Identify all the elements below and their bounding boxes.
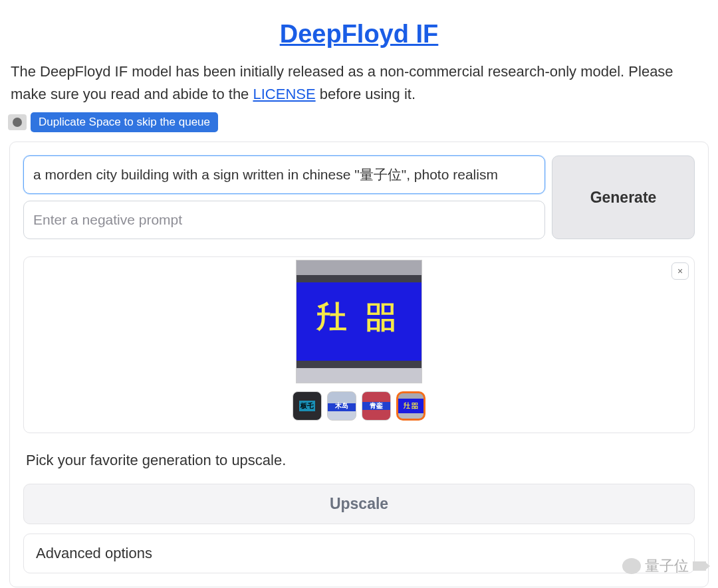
thumbnail-3[interactable]: 青銮 (362, 391, 391, 421)
thumbnail-1[interactable]: 板乇 (293, 391, 322, 421)
description: The DeepFloyd IF model has been initiall… (0, 60, 718, 106)
camera-icon (693, 561, 706, 571)
description-text-after: before using it. (320, 86, 416, 102)
generated-image-main: 圱 㗊 (296, 260, 422, 383)
input-column (23, 155, 545, 239)
duplicate-space-button[interactable]: Duplicate Space to skip the queue (31, 112, 218, 132)
result-panel: × 圱 㗊 板乇 木岛 青銮 圱 㗊 (23, 256, 695, 433)
duplicate-icon (8, 114, 27, 130)
pick-instruction: Pick your favorite generation to upscale… (26, 452, 692, 469)
thumbnail-row: 板乇 木岛 青銮 圱 㗊 (24, 391, 694, 421)
thumbnail-2[interactable]: 木岛 (327, 391, 356, 421)
license-link[interactable]: LICENSE (253, 86, 315, 102)
page-title-wrap: DeepFloyd IF (0, 0, 718, 60)
generate-button[interactable]: Generate (552, 155, 695, 239)
negative-prompt-input[interactable] (23, 201, 545, 239)
thumbnail-4[interactable]: 圱 㗊 (396, 391, 425, 421)
main-panel: Generate × 圱 㗊 板乇 木岛 青銮 圱 㗊 Pick your fa… (9, 142, 709, 587)
generated-image-sign-text: 圱 㗊 (312, 297, 407, 338)
watermark-text: 量子位 (645, 556, 689, 576)
advanced-options-toggle[interactable]: Advanced options (23, 534, 695, 573)
watermark: 量子位 (622, 556, 706, 576)
input-row: Generate (23, 155, 695, 239)
close-icon[interactable]: × (671, 262, 689, 280)
badge-row: Duplicate Space to skip the queue (0, 106, 718, 142)
wechat-icon (622, 558, 641, 574)
upscale-button[interactable]: Upscale (23, 484, 695, 524)
prompt-input[interactable] (23, 155, 545, 194)
page-title-link[interactable]: DeepFloyd IF (280, 20, 439, 48)
